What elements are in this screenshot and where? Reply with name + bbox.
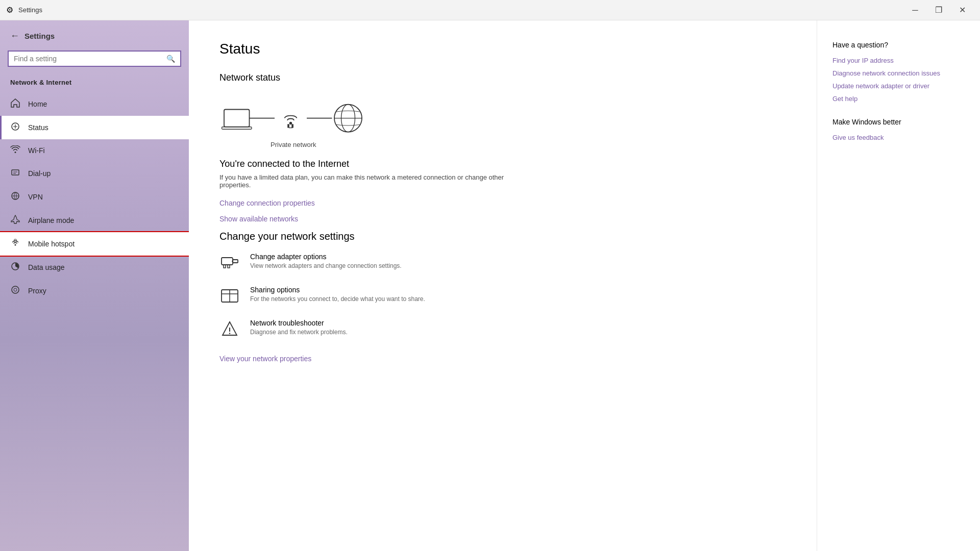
- vpn-icon: [10, 191, 20, 203]
- svg-point-8: [14, 288, 17, 291]
- make-windows-better-section: Make Windows better Give us feedback: [832, 118, 965, 141]
- sidebar-item-airplane[interactable]: Airplane mode: [0, 209, 189, 232]
- have-question-heading: Have a question?: [832, 41, 965, 49]
- svg-rect-1: [12, 170, 19, 175]
- adapter-desc: View network adapters and change connect…: [250, 262, 402, 269]
- network-status-svg: [219, 96, 403, 137]
- diagnose-link[interactable]: Diagnose network connection issues: [832, 69, 940, 77]
- sidebar-item-datausage[interactable]: Data usage: [0, 256, 189, 279]
- titlebar-controls: ─ ❐ ✕: [903, 0, 974, 20]
- troubleshooter-title: Network troubleshooter: [250, 319, 348, 327]
- find-ip-link[interactable]: Find your IP address: [832, 57, 894, 64]
- connection-status: You're connected to the Internet: [219, 159, 786, 169]
- sidebar-item-home[interactable]: Home: [0, 92, 189, 116]
- minimize-button[interactable]: ─: [903, 0, 927, 20]
- svg-point-3: [15, 244, 16, 246]
- status-icon: [10, 122, 20, 133]
- sidebar-item-hotspot-label: Mobile hotspot: [28, 240, 75, 248]
- svg-rect-23: [224, 265, 226, 268]
- search-input[interactable]: [14, 55, 166, 63]
- airplane-icon: [10, 215, 20, 226]
- app-title: Settings: [24, 32, 55, 40]
- get-help-link[interactable]: Get help: [832, 95, 857, 103]
- give-feedback-link[interactable]: Give us feedback: [832, 134, 884, 141]
- sidebar-item-home-label: Home: [28, 100, 47, 108]
- svg-rect-13: [287, 124, 289, 128]
- sidebar-item-proxy[interactable]: Proxy: [0, 279, 189, 303]
- sidebar-item-hotspot[interactable]: Mobile hotspot: [0, 232, 189, 256]
- back-arrow-icon: ←: [10, 31, 19, 41]
- search-box: 🔍: [8, 51, 181, 67]
- datausage-icon: [10, 262, 20, 273]
- settings-item-sharing: Sharing options For the networks you con…: [219, 286, 786, 306]
- change-settings-title: Change your network settings: [219, 231, 786, 242]
- adapter-icon: [219, 253, 240, 273]
- have-question-section: Have a question? Find your IP address Di…: [832, 41, 965, 103]
- sharing-text: Sharing options For the networks you con…: [250, 286, 425, 303]
- svg-rect-24: [228, 265, 230, 268]
- sidebar-item-dialup-label: Dial-up: [28, 169, 51, 178]
- dialup-icon: [10, 168, 20, 179]
- sharing-desc: For the networks you connect to, decide …: [250, 295, 425, 303]
- sidebar-item-status[interactable]: Status: [0, 116, 189, 139]
- sidebar: ← Settings 🔍 Network & Internet Home: [0, 20, 189, 551]
- svg-rect-14: [291, 124, 293, 128]
- titlebar-left: ⚙ Settings: [6, 5, 42, 15]
- svg-point-29: [229, 333, 231, 334]
- view-properties-link[interactable]: View your network properties: [219, 355, 311, 363]
- adapter-title: Change adapter options: [250, 253, 402, 261]
- mobile-hotspot-wrapper: Mobile hotspot: [0, 232, 189, 256]
- search-icon: 🔍: [166, 55, 175, 63]
- main-content: Status Network status: [189, 20, 817, 551]
- troubleshooter-icon: [219, 319, 240, 339]
- troubleshooter-text: Network troubleshooter Diagnose and fix …: [250, 319, 348, 336]
- sharing-title: Sharing options: [250, 286, 425, 294]
- back-button[interactable]: ← Settings: [0, 20, 189, 46]
- sidebar-item-datausage-label: Data usage: [28, 263, 65, 271]
- svg-rect-10: [222, 127, 252, 130]
- troubleshooter-desc: Diagnose and fix network problems.: [250, 329, 348, 336]
- sidebar-item-vpn-label: VPN: [28, 193, 43, 201]
- svg-rect-9: [224, 110, 250, 127]
- close-button[interactable]: ✕: [950, 0, 974, 20]
- sidebar-item-vpn[interactable]: VPN: [0, 185, 189, 209]
- svg-rect-21: [233, 260, 238, 263]
- settings-item-adapter: Change adapter options View network adap…: [219, 253, 786, 273]
- home-icon: [10, 98, 20, 110]
- change-connection-link[interactable]: Change connection properties: [219, 199, 315, 207]
- wifi-icon: [10, 145, 20, 156]
- network-status-heading: Network status: [219, 72, 786, 83]
- page-title: Status: [219, 41, 786, 57]
- show-networks-link[interactable]: Show available networks: [219, 215, 298, 223]
- proxy-icon: [10, 285, 20, 296]
- connection-desc: If you have a limited data plan, you can…: [219, 173, 526, 189]
- titlebar-title: Settings: [18, 6, 42, 14]
- app-container: ← Settings 🔍 Network & Internet Home: [0, 20, 980, 551]
- sidebar-item-status-label: Status: [28, 123, 48, 132]
- settings-item-troubleshooter: Network troubleshooter Diagnose and fix …: [219, 319, 786, 339]
- network-diagram: [219, 96, 786, 137]
- sidebar-item-airplane-label: Airplane mode: [28, 216, 74, 224]
- sidebar-item-dialup[interactable]: Dial-up: [0, 162, 189, 185]
- titlebar: ⚙ Settings ─ ❐ ✕: [0, 0, 980, 20]
- svg-rect-20: [222, 258, 233, 265]
- maximize-button[interactable]: ❐: [927, 0, 950, 20]
- sidebar-section-title: Network & Internet: [0, 74, 189, 92]
- right-panel: Have a question? Find your IP address Di…: [817, 20, 980, 551]
- settings-icon: ⚙: [6, 5, 13, 15]
- adapter-text: Change adapter options View network adap…: [250, 253, 402, 269]
- sharing-icon: [219, 286, 240, 306]
- sidebar-item-wifi[interactable]: Wi-Fi: [0, 139, 189, 162]
- private-network-label: Private network: [271, 141, 786, 148]
- hotspot-icon: [10, 238, 20, 249]
- sidebar-item-wifi-label: Wi-Fi: [28, 146, 45, 155]
- sidebar-item-proxy-label: Proxy: [28, 287, 46, 295]
- svg-point-7: [12, 286, 19, 293]
- update-adapter-link[interactable]: Update network adapter or driver: [832, 82, 929, 90]
- make-windows-better-heading: Make Windows better: [832, 118, 965, 126]
